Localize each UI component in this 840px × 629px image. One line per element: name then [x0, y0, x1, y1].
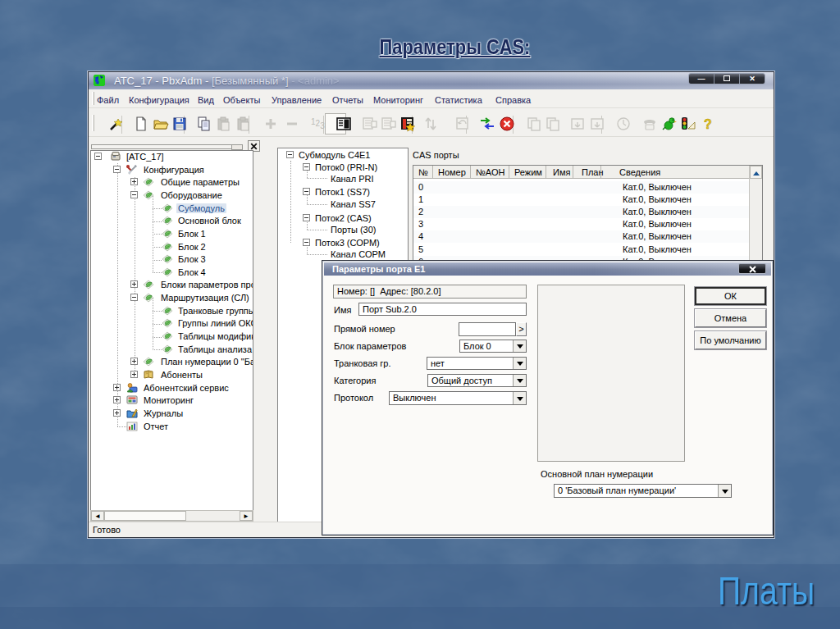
- svg-text:?: ?: [704, 117, 712, 131]
- svg-text:123: 123: [311, 117, 325, 130]
